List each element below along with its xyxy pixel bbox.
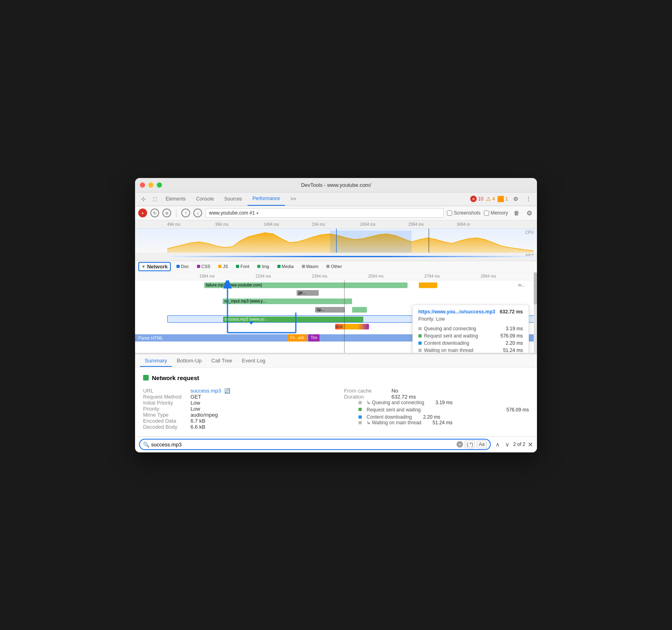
- search-input[interactable]: [151, 442, 455, 448]
- cpu-chart[interactable]: CPU: [135, 229, 537, 253]
- font-dot: [236, 265, 239, 268]
- network-label-box[interactable]: ▼ Network: [138, 262, 171, 271]
- next-button[interactable]: ∨: [504, 440, 511, 448]
- timeline-overview: 494 ms 994 ms 1494 ms 194 ms 2494 ms 299…: [135, 221, 537, 261]
- minimize-button[interactable]: [148, 182, 154, 188]
- collapse-icon[interactable]: ▼: [141, 264, 145, 269]
- regex-button[interactable]: (.*): [465, 440, 475, 448]
- filter-wasm[interactable]: Wasm: [299, 263, 321, 270]
- tab-call-tree[interactable]: Call Tree: [207, 355, 237, 367]
- filter-media[interactable]: Media: [275, 263, 296, 270]
- search-clear-icon[interactable]: ✕: [457, 441, 463, 448]
- tab-elements[interactable]: Elements: [161, 192, 191, 206]
- tab-sources[interactable]: Sources: [219, 192, 247, 206]
- tab-performance[interactable]: Performance: [248, 192, 285, 206]
- wasm-dot: [302, 265, 305, 268]
- search-input-wrap[interactable]: 🔍 ✕ (.*) Aa: [139, 439, 491, 450]
- op-bar[interactable]: op...: [315, 307, 345, 313]
- tab-summary[interactable]: Summary: [140, 355, 172, 367]
- tooltip-popup: https://www.you...io/success.mp3 632.72 …: [412, 305, 529, 353]
- download-button[interactable]: ↓: [193, 209, 202, 217]
- prev-button[interactable]: ∧: [494, 440, 501, 448]
- queuing-color-2: [359, 401, 362, 404]
- tooltip-duration: 632.72 ms: [500, 309, 523, 315]
- svg-rect-0: [330, 231, 412, 253]
- scrollbar[interactable]: [534, 272, 537, 353]
- tab-console[interactable]: Console: [191, 192, 219, 206]
- tooltip-row-waiting: Waiting on main thread 51.24 ms: [418, 347, 523, 353]
- tooltip-row-queuing: Queuing and connecting 3.19 ms: [418, 325, 523, 332]
- dropdown-icon[interactable]: ▾: [256, 211, 258, 215]
- external-link-icon[interactable]: 🔄: [224, 388, 230, 394]
- filter-img[interactable]: Img: [255, 263, 271, 270]
- tab-more[interactable]: >>: [286, 192, 301, 206]
- ge-bar[interactable]: ge...: [297, 290, 319, 296]
- settings-icon[interactable]: ⚙: [510, 194, 521, 204]
- memory-checkbox[interactable]: [484, 211, 489, 216]
- scrollbar-thumb[interactable]: [534, 272, 537, 305]
- maximize-button[interactable]: [157, 182, 162, 188]
- summary-content: Network request URL success.mp3 🔄 Reques…: [135, 368, 537, 436]
- queuing-color: [418, 327, 422, 330]
- network-request-icon: [143, 375, 149, 380]
- summary-priority-row: Priority Low: [143, 406, 328, 412]
- ruler2-mark-2: 2394 ms: [312, 274, 368, 278]
- trash-icon[interactable]: 🗑: [511, 208, 522, 218]
- search-bar: 🔍 ✕ (.*) Aa ∧ ∨ 2 of 2 ✕: [135, 436, 537, 452]
- window-title: DevTools - www.youtube.com/: [301, 182, 371, 188]
- summary-url-link[interactable]: success.mp3 🔄: [191, 388, 230, 394]
- upload-button[interactable]: ↑: [181, 209, 190, 217]
- profile-selector[interactable]: www.youtube.com #1 ▾: [205, 208, 444, 218]
- screenshots-toggle[interactable]: Screenshots: [447, 210, 481, 216]
- ruler2-mark-5: 2994 ms: [481, 274, 537, 278]
- ruler-mark-6: 3494 m: [457, 222, 505, 227]
- network-row-ge[interactable]: ge...: [167, 290, 537, 297]
- filter-font[interactable]: Font: [234, 263, 252, 270]
- indent-content: Content downloading 2.20 ms: [352, 414, 529, 420]
- reload-button[interactable]: ↻: [150, 209, 159, 217]
- network-header: ▼ Network Doc CSS JS Font Img Media: [135, 261, 537, 272]
- inspect-icon[interactable]: ⊹: [138, 194, 149, 204]
- success-bar[interactable]: success.mp3 (www.yo...: [223, 317, 363, 322]
- traffic-lights: [140, 182, 162, 188]
- ruler-mark-3: 194 ms: [312, 222, 360, 227]
- filter-js[interactable]: JS: [216, 263, 230, 270]
- bottom-tabs: Summary Bottom-Up Call Tree Event Log: [135, 354, 537, 368]
- record-button[interactable]: ●: [138, 209, 147, 217]
- summary-duration-row: Duration 632.72 ms: [344, 394, 529, 400]
- failure-truncated: m...: [518, 283, 525, 287]
- filter-css[interactable]: CSS: [195, 263, 213, 270]
- recording-bar: ● ↻ ⊘ ↑ ↓ www.youtube.com #1 ▾ Screensho…: [135, 206, 537, 221]
- summary-left: URL success.mp3 🔄 Request Method GET Ini…: [143, 388, 328, 430]
- close-search-button[interactable]: ✕: [528, 441, 533, 448]
- screenshots-checkbox[interactable]: [447, 211, 452, 216]
- device-icon[interactable]: ⬚: [150, 194, 160, 204]
- noinput-bar[interactable]: no_input.mp3 (www.y...: [223, 299, 352, 304]
- ruler2-mark-3: 2594 ms: [368, 274, 424, 278]
- filter-other[interactable]: Other: [324, 263, 344, 270]
- tab-badges: ✕ 10 ⚠ 4 🟧 1 ⚙ ⋮: [470, 194, 534, 204]
- tab-bottom-up[interactable]: Bottom-Up: [172, 355, 207, 367]
- network-row-failure[interactable]: failure.mp3 (www.youtube.com) m...: [167, 282, 537, 289]
- summary-method-row: Request Method GET: [143, 394, 328, 400]
- title-bar: DevTools - www.youtube.com/: [135, 178, 537, 192]
- close-button[interactable]: [140, 182, 145, 188]
- op-bar2: [352, 307, 367, 313]
- tooltip-priority: Priority: Low: [418, 316, 523, 322]
- summary-grid: URL success.mp3 🔄 Request Method GET Ini…: [143, 388, 529, 430]
- desk-bar[interactable]: desk: [334, 324, 371, 329]
- case-button[interactable]: Aa: [477, 440, 487, 448]
- filter-doc[interactable]: Doc: [174, 263, 191, 270]
- failure-bar[interactable]: failure.mp3 (www.youtube.com): [204, 282, 408, 288]
- capture-settings-icon[interactable]: ⚙: [525, 208, 534, 219]
- clear-button[interactable]: ⊘: [162, 209, 171, 217]
- indent-request: Request sent and waiting 576.09 ms: [352, 407, 529, 413]
- memory-toggle[interactable]: Memory: [484, 210, 508, 216]
- request-color: [418, 334, 422, 338]
- indent-queuing: ↳ Queuing and connecting 3.19 ms: [352, 400, 529, 405]
- more-icon[interactable]: ⋮: [523, 194, 534, 204]
- timeline-ruler-bottom: 1994 ms 2194 ms 2394 ms 2594 ms 2794 ms …: [135, 272, 537, 280]
- tab-event-log[interactable]: Event Log: [237, 355, 270, 367]
- search-controls: ∧ ∨ 2 of 2 ✕: [494, 440, 533, 448]
- arrow-indicator: [249, 321, 254, 325]
